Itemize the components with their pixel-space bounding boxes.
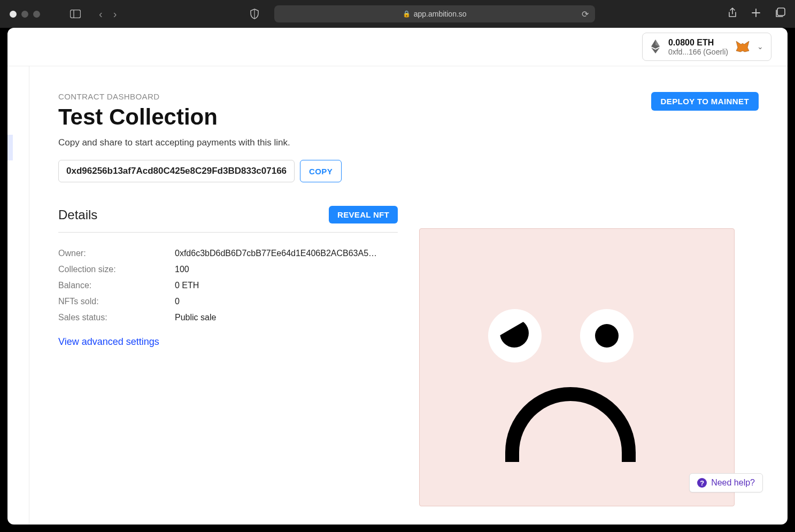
detail-label: Sales status: — [58, 313, 175, 322]
lock-icon: 🔒 — [403, 10, 411, 18]
toolbar-right — [728, 7, 785, 21]
forward-button[interactable]: › — [113, 8, 117, 20]
detail-row-sold: NFTs sold: 0 — [58, 294, 398, 310]
breadcrumb: CONTRACT DASHBOARD — [58, 92, 290, 101]
nft-preview-panel — [419, 228, 759, 506]
nft-image — [419, 228, 735, 506]
chevron-down-icon: ⌄ — [757, 42, 763, 51]
detail-label: Owner: — [58, 249, 175, 258]
wallet-balance: 0.0800 ETH — [668, 37, 728, 48]
detail-row-balance: Balance: 0 ETH — [58, 277, 398, 294]
nav-arrows: ‹ › — [99, 8, 117, 20]
wallet-connector[interactable]: 0.0800 ETH 0xfd...166 (Goerli) ⌄ — [642, 33, 771, 61]
sidebar-toggle-icon[interactable] — [70, 10, 81, 18]
contract-address-row: 0xd96256b13af7Acd80C425e8C29Fd3BD833c071… — [58, 160, 759, 182]
close-window-icon[interactable] — [10, 11, 17, 18]
help-label: Need help? — [711, 478, 755, 488]
deploy-mainnet-button[interactable]: DEPLOY TO MAINNET — [651, 92, 759, 111]
details-table: Owner: 0xfd6c3bD6dB6D7cbB77Ee64d1E406B2A… — [58, 245, 398, 326]
page-subtitle: Copy and share to start accepting paymen… — [58, 137, 290, 148]
copy-button[interactable]: COPY — [300, 160, 342, 182]
detail-label: NFTs sold: — [58, 297, 175, 306]
back-button[interactable]: ‹ — [99, 8, 103, 20]
nft-pupil-right — [595, 324, 619, 348]
contract-address[interactable]: 0xd96256b13af7Acd80C425e8C29Fd3BD833c071… — [58, 160, 295, 182]
share-icon[interactable] — [728, 7, 737, 21]
svg-rect-0 — [71, 10, 81, 18]
detail-value: 0xfd6c3bD6dB6D7cbB77Ee64d1E406B2ACB63A5… — [175, 249, 398, 258]
minimize-window-icon[interactable] — [21, 11, 28, 18]
details-heading: Details — [58, 207, 97, 222]
app-header: 0.0800 ETH 0xfd...166 (Goerli) ⌄ — [7, 28, 788, 66]
main-content: CONTRACT DASHBOARD Test Collection Copy … — [29, 66, 788, 525]
detail-row-status: Sales status: Public sale — [58, 310, 398, 326]
window-controls — [10, 11, 40, 18]
detail-label: Balance: — [58, 281, 175, 290]
help-button[interactable]: ? Need help? — [689, 473, 763, 492]
refresh-icon[interactable]: ⟳ — [582, 9, 589, 19]
nft-mouth — [505, 387, 636, 462]
help-icon: ? — [697, 478, 707, 488]
new-tab-icon[interactable] — [751, 8, 761, 20]
browser-window: ‹ › 🔒 app.ambition.so ⟳ — [0, 0, 795, 532]
wallet-address: 0xfd...166 (Goerli) — [668, 48, 728, 57]
privacy-shield-icon[interactable] — [250, 9, 259, 19]
detail-value: 0 ETH — [175, 281, 398, 290]
detail-row-size: Collection size: 100 — [58, 261, 398, 277]
browser-toolbar: ‹ › 🔒 app.ambition.so ⟳ — [0, 0, 795, 28]
advanced-settings-link[interactable]: View advanced settings — [58, 336, 398, 348]
page-content: 0.0800 ETH 0xfd...166 (Goerli) ⌄ CONTRAC… — [7, 28, 788, 525]
url-bar[interactable]: 🔒 app.ambition.so ⟳ — [274, 5, 595, 22]
reveal-nft-button[interactable]: REVEAL NFT — [329, 206, 398, 223]
wallet-info: 0.0800 ETH 0xfd...166 (Goerli) — [668, 37, 728, 57]
svg-rect-2 — [777, 8, 785, 16]
page-title: Test Collection — [58, 104, 290, 130]
detail-value: 0 — [175, 297, 398, 306]
ethereum-icon — [650, 38, 661, 55]
side-tab-indicator — [7, 135, 13, 160]
tabs-overview-icon[interactable] — [775, 7, 785, 21]
metamask-icon — [736, 40, 750, 53]
url-text: app.ambition.so — [414, 10, 467, 18]
detail-value: Public sale — [175, 313, 398, 322]
detail-value: 100 — [175, 265, 398, 274]
detail-row-owner: Owner: 0xfd6c3bD6dB6D7cbB77Ee64d1E406B2A… — [58, 245, 398, 261]
detail-label: Collection size: — [58, 265, 175, 274]
maximize-window-icon[interactable] — [33, 11, 40, 18]
